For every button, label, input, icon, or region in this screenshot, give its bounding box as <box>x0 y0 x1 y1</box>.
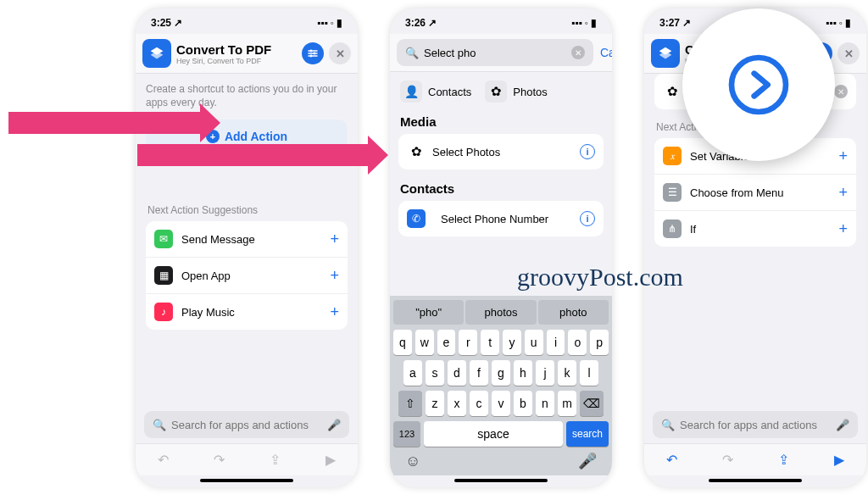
play-button[interactable]: ▶ <box>834 452 844 468</box>
key-shift[interactable]: ⇧ <box>398 391 422 416</box>
redo-button[interactable]: ↷ <box>214 452 225 468</box>
location-icon: ↗ <box>428 17 437 29</box>
result-select-phone[interactable]: ✆ Select Phone Number i <box>398 201 604 236</box>
key-o[interactable]: o <box>568 330 587 355</box>
keyboard[interactable]: "pho" photos photo qwertyuiop asdfghjkl … <box>390 296 612 475</box>
add-icon[interactable]: + <box>838 147 848 165</box>
key-l[interactable]: l <box>580 360 598 386</box>
emoji-button[interactable]: ☺ <box>405 453 420 470</box>
svg-point-0 <box>310 50 313 53</box>
mic-icon[interactable]: 🎤 <box>327 419 341 431</box>
key-x[interactable]: x <box>448 391 466 416</box>
key-search[interactable]: search <box>566 421 609 447</box>
play-button[interactable]: ▶ <box>326 452 336 468</box>
add-icon[interactable]: + <box>330 267 339 285</box>
key-s[interactable]: s <box>426 360 444 386</box>
action-search[interactable]: 🔍 ✕ <box>397 39 593 66</box>
key-i[interactable]: i <box>547 330 565 355</box>
result-label: Select Phone Number <box>441 213 548 225</box>
svg-point-2 <box>310 55 313 58</box>
key-d[interactable]: d <box>448 360 466 386</box>
key-v[interactable]: v <box>492 391 510 416</box>
annotation-arrow-2 <box>137 144 370 166</box>
key-j[interactable]: j <box>536 360 554 386</box>
undo-button[interactable]: ↶ <box>666 452 677 468</box>
key-m[interactable]: m <box>558 391 576 416</box>
key-r[interactable]: r <box>459 330 477 355</box>
wifi-icon: ◦ <box>331 17 334 29</box>
key-n[interactable]: n <box>536 391 554 416</box>
mic-icon[interactable]: 🎤 <box>836 419 849 431</box>
menu-icon: ☰ <box>663 183 682 202</box>
redo-button[interactable]: ↷ <box>722 452 733 468</box>
key-c[interactable]: c <box>470 391 488 416</box>
branch-icon: ⋔ <box>663 219 682 238</box>
action-search-input[interactable] <box>680 419 831 431</box>
dictate-button[interactable]: 🎤 <box>578 452 597 470</box>
share-button[interactable]: ⇪ <box>270 452 281 468</box>
suggestions-list: ✉ Send Message + ▦ Open App + ♪ Play Mus… <box>146 221 348 330</box>
keyboard-bottom: ☺ 🎤 <box>393 452 609 470</box>
status-indicators: ▪▪▪ ◦ ▮ <box>317 17 342 29</box>
media-results: ✿ Select Photos i <box>398 134 604 169</box>
remove-action-icon[interactable]: ✕ <box>834 85 848 98</box>
cancel-button[interactable]: Cancel <box>600 46 612 59</box>
add-icon[interactable]: + <box>330 231 339 248</box>
shortcut-title: Convert To PDF <box>176 42 297 57</box>
shortcut-settings-button[interactable] <box>302 42 324 64</box>
close-button[interactable]: ✕ <box>837 42 860 64</box>
suggestion-choose-menu[interactable]: ☰ Choose from Menu + <box>654 175 856 211</box>
kb-sugg-2[interactable]: photos <box>465 300 536 325</box>
category-contacts[interactable]: 👤 Contacts <box>400 81 471 103</box>
suggestions-title: Next Action Suggestions <box>147 204 348 216</box>
key-backspace[interactable]: ⌫ <box>580 391 604 416</box>
action-search-input[interactable] <box>424 47 566 59</box>
key-u[interactable]: u <box>525 330 543 355</box>
key-z[interactable]: z <box>426 391 444 416</box>
add-icon[interactable]: + <box>838 184 848 202</box>
key-space[interactable]: space <box>424 421 563 447</box>
key-y[interactable]: y <box>503 330 521 355</box>
status-bar: 3:25 ↗ ▪▪▪ ◦ ▮ <box>136 8 358 34</box>
info-icon[interactable]: i <box>580 144 595 159</box>
kb-sugg-3[interactable]: photo <box>538 300 609 325</box>
key-123[interactable]: 123 <box>393 421 420 447</box>
category-photos[interactable]: ✿ Photos <box>485 81 547 103</box>
key-g[interactable]: g <box>492 360 510 386</box>
kb-row-3: ⇧ zxcvbnm ⌫ <box>393 391 609 416</box>
key-t[interactable]: t <box>481 330 499 355</box>
svg-point-1 <box>314 53 316 55</box>
key-b[interactable]: b <box>514 391 532 416</box>
key-e[interactable]: e <box>437 330 456 355</box>
key-p[interactable]: p <box>590 330 609 355</box>
search-header: 🔍 ✕ Cancel <box>390 34 612 72</box>
home-indicator <box>709 479 802 482</box>
suggestion-label: Send Message <box>181 233 255 246</box>
info-icon[interactable]: i <box>580 211 595 226</box>
suggestion-if[interactable]: ⋔ If + <box>654 211 856 247</box>
action-search-input[interactable] <box>171 419 322 431</box>
key-w[interactable]: w <box>415 330 434 355</box>
key-a[interactable]: a <box>403 360 422 386</box>
suggestion-play-music[interactable]: ♪ Play Music + <box>146 294 348 330</box>
share-button[interactable]: ⇪ <box>778 452 789 468</box>
key-k[interactable]: k <box>558 360 576 386</box>
key-q[interactable]: q <box>393 330 412 355</box>
suggestion-send-message[interactable]: ✉ Send Message + <box>146 221 348 258</box>
undo-button[interactable]: ↶ <box>158 452 169 468</box>
key-f[interactable]: f <box>470 360 488 386</box>
action-search[interactable]: 🔍 🎤 <box>653 411 858 438</box>
clear-icon[interactable]: ✕ <box>571 46 585 59</box>
action-search[interactable]: 🔍 🎤 <box>144 411 349 438</box>
add-icon[interactable]: + <box>330 303 339 321</box>
suggestion-open-app[interactable]: ▦ Open App + <box>146 258 348 294</box>
photos-icon: ✿ <box>663 82 682 101</box>
kb-sugg-1[interactable]: "pho" <box>393 300 464 325</box>
contacts-results: ✆ Select Phone Number i <box>398 201 604 236</box>
magnifier-callout <box>682 8 835 161</box>
add-icon[interactable]: + <box>838 220 848 238</box>
close-button[interactable]: ✕ <box>329 42 351 64</box>
editor-toolbar: ↶ ↷ ⇪ ▶ <box>644 443 866 475</box>
key-h[interactable]: h <box>514 360 532 386</box>
result-select-photos[interactable]: ✿ Select Photos i <box>398 134 604 169</box>
